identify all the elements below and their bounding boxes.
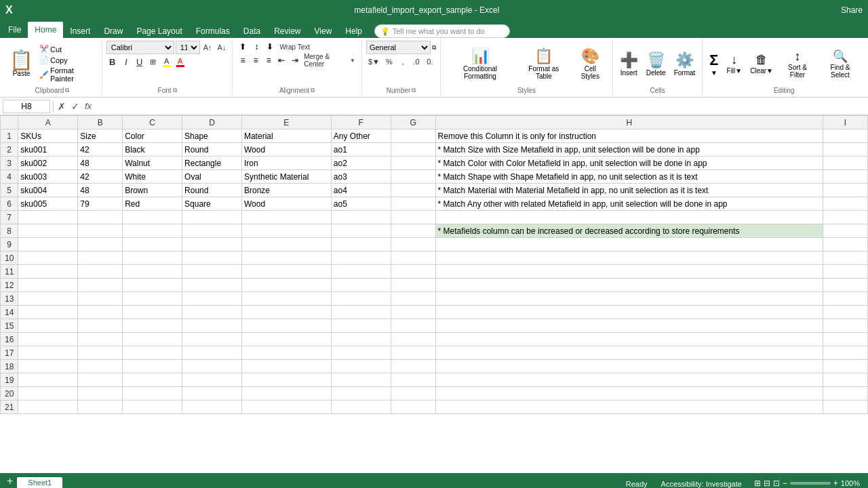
table-cell[interactable] — [435, 401, 823, 414]
table-cell[interactable] — [823, 306, 867, 319]
share-button[interactable]: Share — [841, 5, 863, 15]
menu-home[interactable]: Home — [28, 22, 63, 38]
accounting-format-btn[interactable]: $▼ — [366, 56, 382, 68]
table-cell[interactable] — [435, 346, 823, 360]
table-cell[interactable] — [78, 224, 123, 238]
number-expand-icon[interactable]: ⧉ — [412, 87, 416, 94]
table-cell[interactable]: * Match Size with Size Metafield in app,… — [435, 143, 823, 157]
col-header-d[interactable]: D — [182, 116, 242, 129]
table-cell[interactable] — [331, 401, 391, 414]
table-cell[interactable] — [823, 211, 867, 224]
col-header-h[interactable]: H — [435, 116, 823, 129]
table-cell[interactable]: ao1 — [331, 143, 391, 157]
col-header-e[interactable]: E — [241, 116, 331, 129]
clipboard-expand-icon[interactable]: ⧉ — [65, 87, 69, 94]
table-cell[interactable] — [823, 360, 867, 373]
table-cell[interactable]: Red — [123, 197, 182, 211]
table-cell[interactable] — [241, 306, 331, 319]
clear-btn[interactable]: 🗑 Clear▼ — [747, 52, 776, 76]
table-cell[interactable]: sku003 — [18, 170, 78, 184]
table-cell[interactable]: sku002 — [18, 157, 78, 170]
center-align-btn[interactable]: ≡ — [250, 54, 262, 66]
table-cell[interactable] — [823, 279, 867, 292]
col-header-i[interactable]: I — [823, 116, 867, 129]
autosum-btn[interactable]: Σ ▼ — [707, 50, 721, 78]
table-cell[interactable] — [18, 279, 78, 292]
row-header[interactable]: 19 — [1, 373, 18, 387]
italic-button[interactable]: I — [120, 56, 132, 68]
table-cell[interactable] — [18, 251, 78, 265]
table-cell[interactable] — [182, 319, 242, 333]
table-cell[interactable]: ao2 — [331, 157, 391, 170]
table-cell[interactable] — [331, 211, 391, 224]
table-cell[interactable] — [823, 197, 867, 211]
table-cell[interactable] — [123, 319, 182, 333]
table-cell[interactable] — [182, 211, 242, 224]
left-align-btn[interactable]: ≡ — [237, 54, 248, 66]
table-cell[interactable] — [391, 333, 435, 346]
table-cell[interactable] — [241, 224, 331, 238]
increase-indent-btn[interactable]: ⇥ — [289, 54, 300, 66]
table-cell[interactable] — [331, 360, 391, 373]
insert-btn[interactable]: ➕ Insert — [617, 50, 641, 78]
table-cell[interactable] — [391, 401, 435, 414]
conditional-formatting-btn[interactable]: 📊 Conditional Formatting — [445, 46, 515, 81]
row-header[interactable]: 4 — [1, 170, 18, 184]
top-align-btn[interactable]: ⬆ — [237, 41, 249, 53]
table-cell[interactable] — [78, 346, 123, 360]
table-cell[interactable] — [78, 373, 123, 387]
increase-decimal-btn[interactable]: .0 — [410, 56, 422, 68]
row-header[interactable]: 20 — [1, 387, 18, 401]
bottom-align-btn[interactable]: ⬇ — [264, 41, 276, 53]
table-cell[interactable] — [435, 373, 823, 387]
table-cell[interactable] — [391, 143, 435, 157]
table-cell[interactable] — [241, 292, 331, 306]
row-header[interactable]: 2 — [1, 143, 18, 157]
table-cell[interactable] — [123, 265, 182, 279]
table-cell[interactable] — [331, 387, 391, 401]
table-cell[interactable] — [331, 224, 391, 238]
row-header[interactable]: 3 — [1, 157, 18, 170]
table-cell[interactable] — [823, 265, 867, 279]
table-cell[interactable] — [78, 360, 123, 373]
table-cell[interactable]: White — [123, 170, 182, 184]
table-cell[interactable] — [823, 184, 867, 197]
bold-button[interactable]: B — [106, 56, 119, 68]
table-cell[interactable] — [182, 251, 242, 265]
table-cell[interactable]: sku005 — [18, 197, 78, 211]
table-cell[interactable]: Shape — [182, 129, 242, 143]
table-cell[interactable] — [391, 306, 435, 319]
table-cell[interactable] — [123, 333, 182, 346]
middle-align-btn[interactable]: ↕ — [250, 41, 262, 53]
tell-me-box[interactable]: 💡 Tell me what you want to do — [374, 24, 510, 38]
row-header[interactable]: 11 — [1, 265, 18, 279]
menu-formulas[interactable]: Formulas — [189, 24, 237, 38]
table-cell[interactable]: 79 — [78, 197, 123, 211]
table-cell[interactable] — [331, 265, 391, 279]
table-cell[interactable] — [435, 211, 823, 224]
wrap-text-btn[interactable]: Wrap Text — [277, 41, 312, 53]
table-cell[interactable] — [391, 129, 435, 143]
table-cell[interactable] — [331, 333, 391, 346]
sort-filter-btn[interactable]: ↕️ Sort & Filter — [778, 48, 816, 80]
table-cell[interactable] — [391, 292, 435, 306]
table-cell[interactable] — [123, 373, 182, 387]
table-cell[interactable]: sku001 — [18, 143, 78, 157]
border-button[interactable]: ⊞ — [147, 56, 159, 68]
table-cell[interactable] — [241, 360, 331, 373]
table-cell[interactable]: Round — [182, 184, 242, 197]
table-cell[interactable] — [241, 279, 331, 292]
alignment-expand-icon[interactable]: ⧉ — [311, 87, 315, 94]
table-cell[interactable]: 42 — [78, 170, 123, 184]
table-cell[interactable] — [435, 319, 823, 333]
table-cell[interactable] — [391, 224, 435, 238]
table-cell[interactable] — [823, 170, 867, 184]
table-cell[interactable] — [123, 387, 182, 401]
table-cell[interactable]: ao3 — [331, 170, 391, 184]
delete-btn[interactable]: 🗑️ Delete — [644, 50, 669, 78]
table-cell[interactable] — [78, 387, 123, 401]
table-cell[interactable]: Any Other — [331, 129, 391, 143]
table-cell[interactable] — [435, 306, 823, 319]
table-cell[interactable]: * Match Shape with Shape Metafield in ap… — [435, 170, 823, 184]
table-cell[interactable] — [391, 251, 435, 265]
